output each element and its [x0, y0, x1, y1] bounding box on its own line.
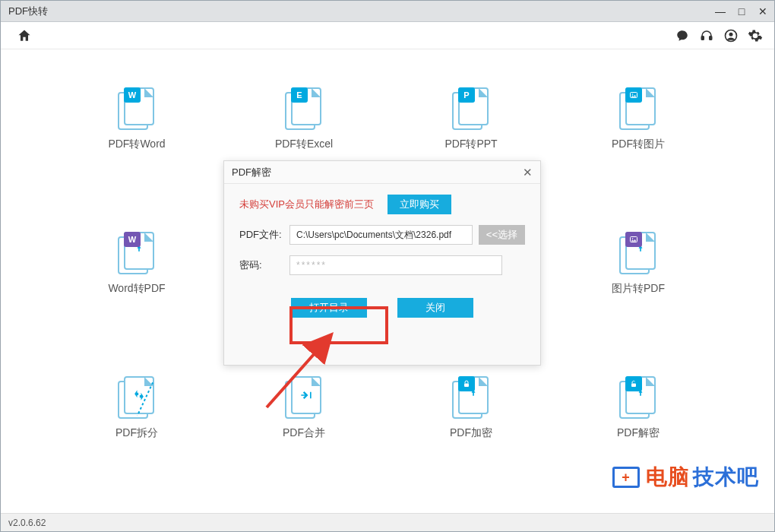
version-label: v2.0.6.62 — [8, 518, 46, 528]
tile-label: PDF转PPT — [444, 138, 497, 151]
password-input[interactable] — [289, 255, 502, 275]
dialog-title: PDF解密 — [232, 166, 271, 179]
home-icon[interactable] — [14, 26, 34, 46]
lock-icon — [458, 376, 475, 391]
svg-rect-0 — [701, 36, 704, 40]
tile-pdf-merge[interactable]: PDF合并 — [220, 376, 388, 521]
dialog-title-bar: PDF解密 ✕ — [224, 161, 540, 184]
pdf-decrypt-dialog: PDF解密 ✕ 未购买VIP会员只能解密前三页 立即购买 PDF文件: <<选择… — [223, 160, 541, 366]
badge-p-icon: P — [458, 87, 475, 103]
watermark-text-2: 技术吧 — [693, 463, 759, 492]
open-directory-button[interactable]: 打开目录 — [291, 298, 367, 318]
pdf-file-input[interactable] — [289, 225, 473, 245]
password-label: 密码: — [239, 258, 289, 272]
svg-rect-8 — [464, 384, 469, 388]
tile-pdf-encrypt[interactable]: PDF加密 — [388, 376, 555, 521]
unlock-icon — [625, 376, 642, 391]
window-controls: — □ ✕ — [713, 5, 770, 17]
svg-rect-1 — [710, 36, 712, 40]
watermark-logo-icon — [612, 467, 640, 488]
tile-label: Word转PDF — [108, 282, 165, 296]
tile-label: PDF转Word — [108, 138, 165, 151]
headset-icon[interactable] — [697, 26, 716, 46]
tile-image-to-pdf[interactable]: 图片转PDF — [555, 232, 722, 376]
badge-w-icon: W — [124, 87, 141, 103]
watermark-text-1: 电脑 — [646, 463, 690, 492]
tile-pdf-to-image[interactable]: PDF转图片 — [555, 87, 722, 232]
tile-pdf-to-word[interactable]: W PDF转Word — [53, 87, 220, 232]
tile-label: PDF加密 — [450, 426, 492, 440]
title-bar: PDF快转 — □ ✕ — [1, 1, 774, 22]
dialog-close-icon[interactable]: ✕ — [523, 166, 533, 179]
close-button[interactable]: 关闭 — [397, 298, 473, 318]
image-icon — [625, 87, 642, 103]
chat-icon[interactable] — [672, 26, 692, 46]
badge-e-icon: E — [291, 87, 308, 103]
image-icon — [625, 232, 642, 247]
maximize-button[interactable]: □ — [735, 5, 748, 17]
status-bar: v2.0.6.62 — [1, 513, 774, 531]
svg-point-3 — [729, 32, 733, 36]
watermark: 电脑技术吧 — [612, 463, 759, 492]
vip-warning: 未购买VIP会员只能解密前三页 — [239, 198, 374, 211]
gear-icon[interactable] — [745, 26, 765, 46]
choose-file-button[interactable]: <<选择 — [479, 225, 525, 245]
badge-w-icon: W — [124, 232, 141, 247]
svg-point-7 — [632, 238, 634, 239]
tile-label: PDF转Excel — [275, 138, 333, 151]
svg-rect-9 — [631, 384, 636, 388]
tile-pdf-split[interactable]: PDF拆分 — [53, 376, 220, 521]
tile-label: PDF转图片 — [612, 138, 665, 151]
file-label: PDF文件: — [239, 228, 289, 242]
tile-label: PDF解密 — [617, 426, 660, 440]
window-title: PDF快转 — [8, 5, 48, 18]
svg-point-5 — [632, 93, 634, 95]
toolbar — [1, 22, 774, 49]
close-window-button[interactable]: ✕ — [756, 5, 770, 17]
tile-label: PDF合并 — [283, 426, 325, 440]
tile-label: 图片转PDF — [612, 282, 665, 296]
account-icon[interactable] — [721, 26, 741, 46]
buy-now-button[interactable]: 立即购买 — [388, 195, 451, 214]
tile-word-to-pdf[interactable]: W Word转PDF — [53, 232, 220, 376]
tile-label: PDF拆分 — [115, 426, 158, 440]
minimize-button[interactable]: — — [713, 5, 727, 17]
tile-pdf-decrypt[interactable]: PDF解密 — [555, 376, 722, 521]
